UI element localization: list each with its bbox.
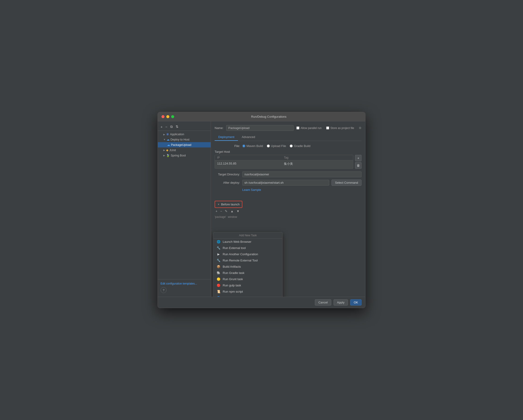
before-launch-header[interactable]: ▼ Before launch — [215, 201, 242, 208]
maven-build-label: Maven Build — [246, 144, 263, 148]
remove-config-button[interactable]: − — [164, 124, 168, 129]
move-task-up-button[interactable]: ▲ — [229, 209, 235, 214]
target-host-wrapper: IP Tag 112.124.55.85 集小美 + 🗑 — [215, 155, 361, 169]
add-host-button[interactable]: + — [355, 155, 361, 161]
cancel-button[interactable]: Cancel — [315, 299, 331, 306]
target-dir-input[interactable] — [242, 171, 361, 177]
sidebar: + − ⧉ ⇅ ▶ 🖥 Application ▼ ☁ Deploy to Ho… — [158, 121, 211, 297]
chevron-right-icon: ▶ — [163, 133, 165, 136]
tab-advanced[interactable]: Advanced — [238, 134, 259, 141]
app-icon: 🖥 — [166, 133, 169, 136]
help-button[interactable]: ? — [161, 287, 167, 293]
before-launch-label: Before launch — [221, 203, 240, 206]
move-task-down-button[interactable]: ▼ — [235, 209, 240, 214]
name-label: Name: — [215, 126, 223, 130]
dropdown-item-run-gulp-task[interactable]: 🔴Run gulp task — [213, 282, 282, 288]
dialog-title: Run/Debug Configurations — [176, 115, 361, 118]
run-debug-dialog: Run/Debug Configurations + − ⧉ ⇅ ▶ 🖥 App… — [157, 112, 366, 308]
store-project-checkbox[interactable] — [326, 127, 329, 129]
upload-file-label: Upload File — [271, 144, 286, 148]
gradle-build-radio[interactable] — [290, 144, 293, 147]
edit-templates-link[interactable]: Edit configuration templates... — [161, 282, 197, 285]
tag-cell: 集小美 — [284, 162, 351, 166]
run-gradle-task-icon: 🐘 — [217, 271, 220, 275]
upload-file-option[interactable]: Upload File — [267, 144, 286, 148]
copy-config-button[interactable]: ⧉ — [169, 124, 174, 129]
close-button[interactable] — [162, 115, 164, 118]
target-host-table: IP Tag 112.124.55.85 集小美 — [215, 155, 353, 169]
ip-cell: 112.124.55.85 — [217, 162, 284, 166]
compile-typescript-label: Compile TypeScript — [223, 296, 249, 297]
window-text: window — [228, 215, 237, 219]
sidebar-item-deploy[interactable]: ▼ ☁ Deploy to Host — [158, 137, 211, 142]
run-another-config-label: Run Another Configuration — [223, 253, 258, 256]
target-dir-label: Target Directory: — [215, 173, 240, 176]
dialog-footer: Cancel Apply OK — [158, 297, 365, 308]
sidebar-item-spring-boot[interactable]: ▶ 🍃 Spring Boot — [158, 153, 211, 158]
remove-task-button[interactable]: − — [219, 209, 223, 214]
dropdown-item-launch-web-browser[interactable]: 🌐Launch Web Browser — [213, 239, 282, 245]
sidebar-item-label: Application — [170, 133, 184, 136]
sidebar-toolbar: + − ⧉ ⇅ — [158, 123, 211, 131]
run-external-tool-label: Run External tool — [223, 246, 246, 250]
tag-column-header: Tag — [284, 156, 351, 159]
tabs: Deployment Advanced — [215, 134, 361, 141]
compile-typescript-icon: 🔵 — [217, 296, 220, 297]
dropdown-items-container: 🌐Launch Web Browser🔧Run External tool▶Ru… — [213, 239, 282, 297]
dropdown-item-run-grunt-task[interactable]: 🟡Run Grunt task — [213, 276, 282, 282]
dropdown-item-run-remote-external[interactable]: 🔧Run Remote External Tool — [213, 257, 282, 263]
table-row[interactable]: 112.124.55.85 集小美 — [215, 160, 353, 167]
store-project-label[interactable]: Store as project file — [326, 127, 354, 130]
before-launch-chevron-icon: ▼ — [217, 203, 220, 206]
after-deploy-input[interactable] — [242, 180, 329, 186]
build-artifacts-icon: 📦 — [217, 265, 220, 268]
dropdown-item-run-gradle-task[interactable]: 🐘Run Gradle task — [213, 270, 282, 276]
minimize-button[interactable] — [166, 115, 169, 118]
sidebar-item-label: JUnit — [169, 149, 176, 152]
ok-button[interactable]: OK — [350, 299, 361, 306]
table-action-buttons: + 🗑 — [355, 155, 361, 169]
upload-file-radio[interactable] — [267, 144, 270, 147]
after-deploy-row: After deploy: Select Command — [215, 180, 361, 186]
task-text: 'package' — [215, 215, 226, 219]
dropdown-item-compile-typescript[interactable]: 🔵Compile TypeScript — [213, 295, 282, 297]
name-row: Name: Allow parallel run Store as projec… — [215, 125, 361, 131]
edit-task-button[interactable]: ✎ — [224, 209, 229, 214]
allow-parallel-checkbox[interactable] — [296, 127, 299, 129]
run-grunt-task-label: Run Grunt task — [223, 277, 243, 281]
sidebar-item-application[interactable]: ▶ 🖥 Application — [158, 132, 211, 137]
run-grunt-task-icon: 🟡 — [217, 277, 220, 281]
gradle-build-option[interactable]: Gradle Build — [290, 144, 311, 148]
dropdown-item-run-npm-script[interactable]: 📜Run npm script — [213, 288, 282, 295]
sidebar-item-label: Deploy to Host — [171, 138, 189, 141]
add-task-button[interactable]: + — [215, 209, 218, 214]
allow-parallel-label[interactable]: Allow parallel run — [296, 127, 322, 130]
gear-icon[interactable]: ⚙ — [359, 126, 361, 130]
table-header: IP Tag — [215, 155, 353, 160]
maven-build-radio[interactable] — [242, 144, 245, 147]
name-input[interactable] — [226, 125, 294, 131]
before-launch-section: ▼ Before launch + − ✎ ▲ ▼ 'package' wind… — [215, 196, 361, 220]
sort-config-button[interactable]: ⇅ — [175, 124, 180, 129]
maven-build-option[interactable]: Maven Build — [242, 144, 263, 148]
dropdown-item-run-external-tool[interactable]: 🔧Run External tool — [213, 245, 282, 251]
apply-button[interactable]: Apply — [334, 299, 348, 306]
sidebar-item-packageupload[interactable]: ☁ PackageUpload — [158, 142, 211, 147]
dropdown-item-run-another-config[interactable]: ▶Run Another Configuration — [213, 251, 282, 257]
learn-sample-link[interactable]: Learn Sample — [215, 188, 361, 191]
select-command-button[interactable]: Select Command — [332, 180, 361, 186]
target-host-section-label: Target Host — [215, 150, 361, 153]
maximize-button[interactable] — [171, 115, 174, 118]
dropdown-header: Add New Task — [213, 232, 282, 239]
sidebar-item-junit[interactable]: ▶ ◆ JUnit — [158, 147, 211, 153]
titlebar: Run/Debug Configurations — [158, 112, 365, 121]
junit-icon: ◆ — [166, 148, 168, 152]
tab-deployment[interactable]: Deployment — [215, 134, 238, 141]
spring-icon: 🍃 — [166, 154, 170, 157]
run-gulp-task-label: Run gulp task — [223, 284, 241, 287]
remove-host-button[interactable]: 🗑 — [355, 162, 361, 169]
file-radio-group: Maven Build Upload File Gradle Build — [242, 144, 311, 148]
pkg-icon: ☁ — [167, 143, 170, 147]
add-config-button[interactable]: + — [160, 124, 163, 129]
dropdown-item-build-artifacts[interactable]: 📦Build Artifacts — [213, 263, 282, 270]
